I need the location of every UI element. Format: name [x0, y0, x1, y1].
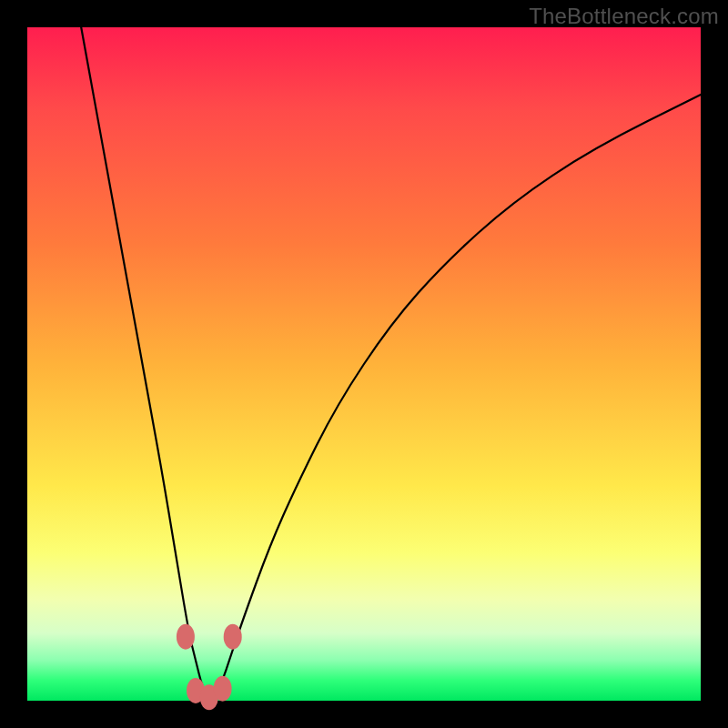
plot-area — [27, 27, 701, 701]
cusp-dot — [177, 624, 195, 650]
cusp-dot — [214, 676, 232, 702]
cusp-dot — [224, 624, 242, 650]
curve-svg — [27, 27, 701, 701]
chart-frame: TheBottleneck.com — [0, 0, 728, 728]
watermark-text: TheBottleneck.com — [529, 4, 719, 29]
cusp-markers — [177, 624, 242, 711]
bottleneck-curve — [81, 27, 701, 699]
